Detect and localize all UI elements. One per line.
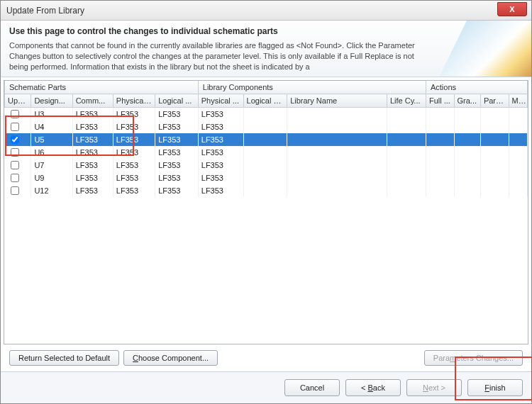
table-cell (454, 184, 480, 197)
titlebar: Update From Library X (1, 1, 531, 21)
table-cell (387, 172, 426, 184)
table-cell: LF353 (72, 172, 113, 184)
table-cell: LF353 (155, 159, 199, 172)
table-cell (287, 133, 387, 146)
table-cell: LF353 (198, 146, 243, 159)
table-cell (387, 159, 426, 172)
table-cell (5, 159, 31, 172)
finish-button[interactable]: Finish (467, 379, 523, 396)
group-schematic: Schematic Parts (5, 81, 199, 94)
table-cell (426, 133, 454, 146)
table-row[interactable]: U3LF353LF353LF353LF353 (5, 108, 528, 120)
table-cell: LF353 (155, 120, 199, 133)
row-checkbox[interactable] (11, 161, 19, 169)
table-cell (243, 172, 287, 184)
dialog-footer: Cancel < Back Next > Finish (1, 371, 531, 403)
row-checkbox[interactable] (11, 135, 19, 144)
table-cell: LF353 (155, 172, 199, 184)
col-comm[interactable]: Comm... (72, 94, 113, 108)
table-cell: U3 (31, 108, 72, 120)
col-full[interactable]: Full ... (426, 94, 454, 108)
next-button: Next > (406, 379, 462, 396)
table-cell (243, 159, 287, 172)
col-logical[interactable]: Logical ... (155, 94, 199, 108)
table-row[interactable]: U12LF353LF353LF353LF353 (5, 184, 528, 197)
table-cell: LF353 (155, 146, 199, 159)
row-checkbox[interactable] (11, 174, 19, 182)
table-cell (387, 133, 426, 146)
table-cell (480, 108, 509, 120)
table-cell (5, 184, 31, 197)
table-cell (509, 184, 528, 197)
table-cell (480, 159, 509, 172)
table-cell (287, 108, 387, 120)
choose-component-button[interactable]: Choose Component... (123, 350, 218, 366)
table-cell: LF353 (198, 120, 243, 133)
table-cell (287, 172, 387, 184)
table-cell (426, 108, 454, 120)
table-cell (243, 133, 287, 146)
table-cell: U9 (31, 172, 72, 184)
row-checkbox[interactable] (11, 123, 19, 131)
col-libname[interactable]: Library Name (287, 94, 387, 108)
back-button[interactable]: < Back (345, 379, 401, 396)
table-cell: LF353 (72, 120, 113, 133)
col-upd[interactable]: Upd... (5, 94, 31, 108)
col-lifecy[interactable]: Life Cy... (387, 94, 426, 108)
table-cell: LF353 (198, 184, 243, 197)
param-changes-button: Parameters Changes... (424, 350, 523, 366)
table-cell (243, 146, 287, 159)
close-button[interactable]: X (497, 2, 527, 16)
table-cell: U7 (31, 159, 72, 172)
table-cell (480, 184, 509, 197)
lower-toolbar: Return Selected to Default Choose Compon… (4, 344, 528, 371)
table-cell: LF353 (155, 108, 199, 120)
col-m[interactable]: M... (509, 94, 528, 108)
table-cell (509, 120, 528, 133)
table-cell: LF353 (113, 120, 155, 133)
col-logicalS[interactable]: Logical S... (243, 94, 287, 108)
return-default-button[interactable]: Return Selected to Default (9, 350, 119, 366)
table-cell (387, 184, 426, 197)
group-library: Library Components (198, 81, 426, 94)
col-phys[interactable]: Physica... / (113, 94, 155, 108)
table-row[interactable]: U7LF353LF353LF353LF353 (5, 159, 528, 172)
parts-grid[interactable]: Schematic Parts Library Components Actio… (4, 80, 528, 344)
table-row[interactable]: U6LF353LF353LF353LF353 (5, 146, 528, 159)
table-cell (287, 159, 387, 172)
table-cell (480, 120, 509, 133)
col-physL[interactable]: Physical ... (198, 94, 243, 108)
table-body: U3LF353LF353LF353LF353U4LF353LF353LF353L… (5, 108, 528, 197)
table-cell (454, 120, 480, 133)
table-cell: LF353 (72, 159, 113, 172)
table-cell: LF353 (113, 108, 155, 120)
col-gra[interactable]: Gra... (454, 94, 480, 108)
table-row[interactable]: U9LF353LF353LF353LF353 (5, 172, 528, 184)
header-description: Components that cannot be found in the c… (9, 40, 421, 72)
table-cell: U5 (31, 133, 72, 146)
table-cell: LF353 (113, 159, 155, 172)
table-row[interactable]: U4LF353LF353LF353LF353 (5, 120, 528, 133)
table-row[interactable]: U5LF353LF353LF353LF353 (5, 133, 528, 146)
row-checkbox[interactable] (11, 186, 19, 195)
table-cell (480, 172, 509, 184)
table-cell (287, 120, 387, 133)
row-checkbox[interactable] (11, 148, 19, 157)
table-cell: LF353 (72, 108, 113, 120)
col-para[interactable]: Para... (480, 94, 509, 108)
table-cell (426, 172, 454, 184)
dialog-body: Schematic Parts Library Components Actio… (1, 77, 531, 371)
param-changes-label: Parameters Changes... (433, 354, 514, 362)
table-cell: LF353 (155, 133, 199, 146)
table-cell (426, 120, 454, 133)
table-cell: LF353 (72, 184, 113, 197)
group-actions: Actions (426, 81, 527, 94)
col-design[interactable]: Design... (31, 94, 72, 108)
table-cell (480, 146, 509, 159)
choose-component-label-rest: hoose Component... (138, 354, 209, 362)
cancel-button[interactable]: Cancel (284, 379, 340, 396)
close-icon: X (509, 5, 514, 13)
table-cell (509, 172, 528, 184)
row-checkbox[interactable] (11, 110, 19, 118)
table-cell (387, 146, 426, 159)
